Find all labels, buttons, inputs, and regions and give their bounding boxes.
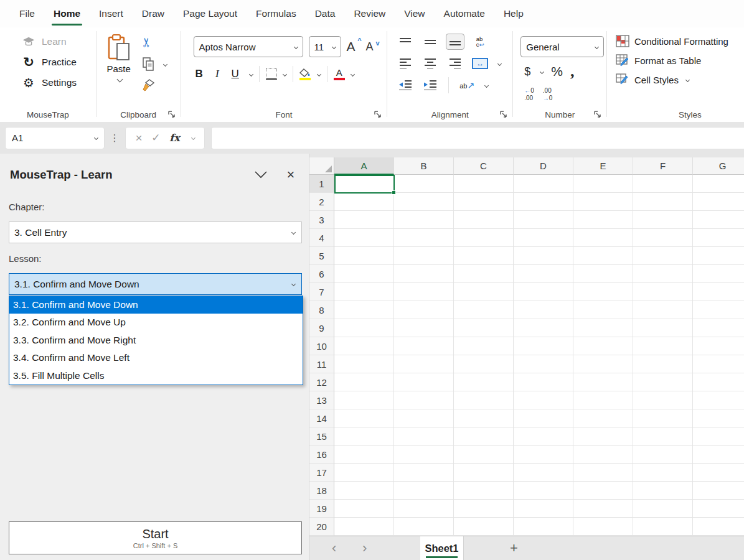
cell-B12[interactable] <box>394 373 454 391</box>
cell-A1[interactable] <box>334 175 394 193</box>
cell-D6[interactable] <box>514 265 573 283</box>
sheet-tab-sheet1[interactable]: Sheet1 <box>420 536 464 560</box>
cell-A18[interactable] <box>334 482 394 500</box>
cell-E2[interactable] <box>573 193 633 211</box>
cell-G13[interactable] <box>693 391 744 409</box>
cell-E15[interactable] <box>573 427 633 446</box>
cell-E9[interactable] <box>573 319 633 337</box>
row-header-16[interactable]: 16 <box>309 446 334 464</box>
row-header-4[interactable]: 4 <box>309 229 334 247</box>
cell-F12[interactable] <box>633 373 693 391</box>
cell-D10[interactable] <box>514 337 573 355</box>
cell-B18[interactable] <box>394 482 454 500</box>
cell-C12[interactable] <box>454 373 514 391</box>
number-dialog-launcher[interactable] <box>593 110 601 118</box>
cell-D5[interactable] <box>514 247 573 265</box>
center-button[interactable] <box>421 55 440 72</box>
tab-draw[interactable]: Draw <box>133 0 174 27</box>
row-header-18[interactable]: 18 <box>309 482 334 500</box>
sheet-next-icon[interactable]: › <box>362 536 367 560</box>
cell-G12[interactable] <box>693 373 744 391</box>
column-header-G[interactable]: G <box>693 157 744 175</box>
cell-B4[interactable] <box>394 229 454 247</box>
cell-B10[interactable] <box>394 337 454 355</box>
cell-D17[interactable] <box>514 464 573 482</box>
borders-button[interactable] <box>266 68 277 80</box>
cell-G3[interactable] <box>693 211 744 229</box>
taskpane-close-icon[interactable]: × <box>283 167 299 183</box>
cell-D14[interactable] <box>514 409 573 427</box>
column-header-E[interactable]: E <box>573 157 633 175</box>
cell-C2[interactable] <box>454 193 514 211</box>
cell-A9[interactable] <box>334 319 394 337</box>
cell-A10[interactable] <box>334 337 394 355</box>
cell-F13[interactable] <box>633 391 693 409</box>
lesson-option[interactable]: 3.3. Confirm and Move Right <box>9 332 303 349</box>
cell-F3[interactable] <box>633 211 693 229</box>
column-header-D[interactable]: D <box>514 157 573 175</box>
cell-C3[interactable] <box>454 211 514 229</box>
cell-F7[interactable] <box>633 283 693 301</box>
add-sheet-icon[interactable]: + <box>510 536 518 560</box>
cell-D18[interactable] <box>514 482 573 500</box>
cell-A13[interactable] <box>334 391 394 409</box>
cell-F17[interactable] <box>633 464 693 482</box>
cell-G10[interactable] <box>693 337 744 355</box>
cell-G18[interactable] <box>693 482 744 500</box>
cell-A19[interactable] <box>334 500 394 518</box>
top-align-button[interactable] <box>396 34 415 50</box>
cell-C11[interactable] <box>454 355 514 373</box>
tab-view[interactable]: View <box>395 0 434 27</box>
learn-button[interactable]: Learn <box>21 35 96 49</box>
cell-E11[interactable] <box>573 355 633 373</box>
font-size-combobox[interactable]: 11 <box>309 36 341 57</box>
row-header-3[interactable]: 3 <box>309 211 334 229</box>
cell-C18[interactable] <box>454 482 514 500</box>
cell-E5[interactable] <box>573 247 633 265</box>
increase-font-size-button[interactable]: A^ <box>347 39 360 54</box>
cell-G11[interactable] <box>693 355 744 373</box>
cell-E12[interactable] <box>573 373 633 391</box>
lesson-option[interactable]: 3.5. Fill Multiple Cells <box>9 367 303 385</box>
row-header-10[interactable]: 10 <box>309 337 334 355</box>
align-right-button[interactable] <box>446 55 464 72</box>
cell-B8[interactable] <box>394 301 454 319</box>
font-dialog-launcher[interactable] <box>374 110 382 118</box>
copy-button[interactable] <box>141 57 167 71</box>
cell-D13[interactable] <box>514 391 573 409</box>
cell-G1[interactable] <box>693 175 744 193</box>
currency-button[interactable]: $ <box>524 65 530 78</box>
cell-C13[interactable] <box>454 391 514 409</box>
cell-E14[interactable] <box>573 409 633 427</box>
column-header-C[interactable]: C <box>454 157 514 175</box>
cell-G19[interactable] <box>693 500 744 518</box>
cell-G7[interactable] <box>693 283 744 301</box>
cell-B20[interactable] <box>394 518 454 536</box>
row-header-6[interactable]: 6 <box>309 265 334 283</box>
font-color-button[interactable]: A <box>334 68 345 80</box>
practice-button[interactable]: ↻ Practice <box>21 55 96 69</box>
tab-file[interactable]: File <box>10 0 44 27</box>
cell-A2[interactable] <box>334 193 394 211</box>
formula-input[interactable] <box>211 127 744 149</box>
lesson-option[interactable]: 3.4. Confirm and Move Left <box>9 349 303 366</box>
cell-F14[interactable] <box>633 409 693 427</box>
cell-G8[interactable] <box>693 301 744 319</box>
orientation-button[interactable]: ab↗ <box>458 77 476 93</box>
lesson-select[interactable]: 3.1. Confirm and Move Down <box>9 273 302 295</box>
cell-C20[interactable] <box>454 518 514 536</box>
cell-F11[interactable] <box>633 355 693 373</box>
cell-A17[interactable] <box>334 464 394 482</box>
row-header-1[interactable]: 1 <box>309 175 334 193</box>
row-header-5[interactable]: 5 <box>309 247 334 265</box>
cell-G5[interactable] <box>693 247 744 265</box>
cell-F9[interactable] <box>633 319 693 337</box>
cell-A11[interactable] <box>334 355 394 373</box>
cell-F5[interactable] <box>633 247 693 265</box>
merge-center-button[interactable]: ↔ <box>471 55 489 72</box>
cell-E6[interactable] <box>573 265 633 283</box>
cell-F10[interactable] <box>633 337 693 355</box>
cell-E16[interactable] <box>573 446 633 464</box>
decrease-indent-button[interactable] <box>396 77 415 93</box>
increase-decimal-button[interactable]: .00 →0 <box>543 87 553 101</box>
